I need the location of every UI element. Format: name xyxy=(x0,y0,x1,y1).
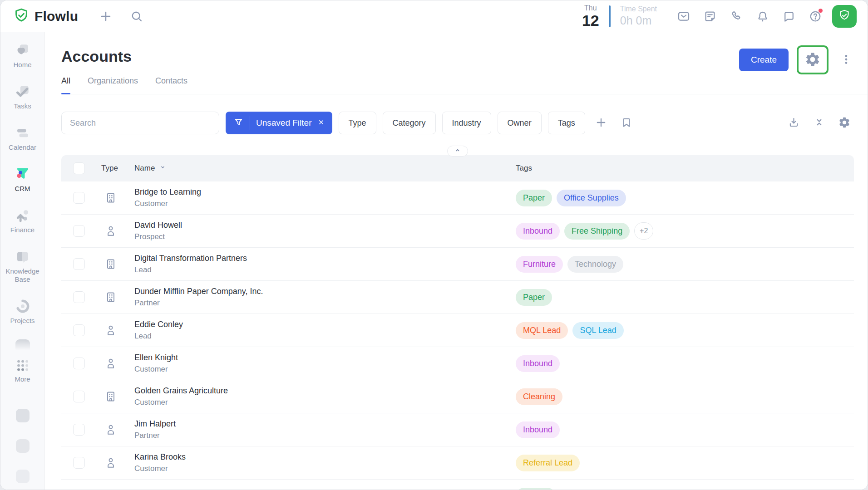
table-row[interactable]: Dunder Mifflin Paper Company, Inc.Partne… xyxy=(61,281,854,314)
export-button[interactable] xyxy=(784,113,803,132)
save-filter-button[interactable] xyxy=(617,113,636,132)
row-checkbox[interactable] xyxy=(73,291,85,303)
table-row[interactable]: Eddie ConleyLeadMQL LeadSQL Lead xyxy=(61,314,854,347)
sidebar-item-more[interactable]: More xyxy=(15,357,31,383)
time-tracker[interactable]: Time Spent 0h 0m xyxy=(620,5,657,27)
page-settings-button[interactable] xyxy=(803,50,823,70)
top-bar: Flowlu Thu 12 Time Spent 0h 0m xyxy=(0,0,868,32)
filter-chip-tags[interactable]: Tags xyxy=(548,112,585,134)
global-search-button[interactable] xyxy=(127,7,146,26)
mail-icon xyxy=(677,10,690,23)
table-row[interactable]: Digital Transformation PartnersLeadFurni… xyxy=(61,248,854,281)
help-button[interactable] xyxy=(805,6,826,27)
column-header-tags[interactable]: Tags xyxy=(516,164,854,173)
sidebar-item-crm[interactable]: CRM xyxy=(15,166,31,193)
table-row[interactable]: Karina BrooksCustomerReferral Lead xyxy=(61,446,854,480)
sort-chevron-down-icon[interactable] xyxy=(159,163,167,173)
filter-chip-owner[interactable]: Owner xyxy=(498,112,542,134)
clear-filter-icon[interactable] xyxy=(318,119,325,127)
flowlu-brand[interactable]: Flowlu xyxy=(13,7,78,25)
table-row[interactable]: David HowellProspectInboundFree Shipping… xyxy=(61,215,854,248)
faded-app-icon xyxy=(15,339,30,350)
collapse-filters-pill[interactable] xyxy=(447,146,468,157)
list-settings-button[interactable] xyxy=(835,113,854,132)
sidebar-item-knowledge-base[interactable]: Knowledge Base xyxy=(2,249,44,284)
account-category: Prospect xyxy=(134,232,516,241)
tag-pill: Inbound xyxy=(516,421,560,438)
organization-icon xyxy=(104,291,117,304)
more-tags-badge[interactable]: +2 xyxy=(634,222,653,240)
sidebar-item-finance[interactable]: Finance xyxy=(10,207,35,234)
more-options-button[interactable] xyxy=(838,50,854,70)
calls-icon xyxy=(730,10,743,23)
tag-pill: Inbound xyxy=(516,223,560,240)
collapse-rows-button[interactable] xyxy=(809,113,829,132)
quick-add-button[interactable] xyxy=(96,7,115,26)
table-row[interactable]: Landmark Developments xyxy=(61,480,854,490)
app-window: Flowlu Thu 12 Time Spent 0h 0m xyxy=(0,0,868,490)
calls-button[interactable] xyxy=(726,6,747,27)
faded-app-icon xyxy=(16,409,30,422)
shield-check-icon xyxy=(838,9,851,24)
account-name: Golden Grains Agriculture xyxy=(134,386,516,396)
row-checkbox[interactable] xyxy=(73,225,85,237)
sidebar-item-calendar[interactable]: Calendar xyxy=(9,125,36,152)
workspace-shield-button[interactable] xyxy=(832,5,857,28)
chat-button[interactable] xyxy=(779,6,799,27)
row-checkbox[interactable] xyxy=(73,192,85,204)
table-row[interactable]: Ellen KnightCustomerInbound xyxy=(61,347,854,380)
table-row[interactable]: Bridge to LearningCustomerPaperOffice Su… xyxy=(61,181,854,215)
app-body: HomeTasksCalendarCRMFinanceKnowledge Bas… xyxy=(0,32,868,490)
plus-icon xyxy=(99,10,113,23)
notes-button[interactable] xyxy=(700,6,720,27)
row-checkbox[interactable] xyxy=(73,457,85,469)
tag-pill: SQL Lead xyxy=(572,322,623,339)
table-row[interactable]: Golden Grains AgricultureCustomerCleanin… xyxy=(61,380,854,413)
mail-button[interactable] xyxy=(673,6,694,27)
tab-contacts[interactable]: Contacts xyxy=(155,76,187,94)
search-input[interactable] xyxy=(61,112,219,134)
tab-organizations[interactable]: Organizations xyxy=(88,76,138,94)
row-checkbox[interactable] xyxy=(73,424,85,436)
column-header-type[interactable]: Type xyxy=(101,164,134,173)
list-tools xyxy=(784,113,854,132)
filter-chip-category[interactable]: Category xyxy=(383,112,436,134)
add-filter-button[interactable] xyxy=(592,113,611,132)
tabs: AllOrganizationsContacts xyxy=(61,76,868,94)
account-name: David Howell xyxy=(134,220,516,230)
row-checkbox[interactable] xyxy=(73,391,85,402)
active-filter-button[interactable]: Unsaved Filter xyxy=(226,112,332,134)
account-name: Digital Transformation Partners xyxy=(134,254,516,264)
filter-chip-industry[interactable]: Industry xyxy=(442,112,491,134)
sidebar-item-label: Calendar xyxy=(9,143,36,152)
row-checkbox[interactable] xyxy=(73,324,85,336)
select-all-checkbox[interactable] xyxy=(73,162,85,174)
sidebar-item-label: More xyxy=(15,375,30,383)
row-checkbox[interactable] xyxy=(73,358,85,369)
calendar-icon xyxy=(15,125,31,141)
sidebar-item-projects[interactable]: Projects xyxy=(10,298,35,325)
account-category: Partner xyxy=(134,299,516,308)
tag-pill: Paper xyxy=(516,289,552,306)
create-button[interactable]: Create xyxy=(739,49,789,71)
tab-all[interactable]: All xyxy=(61,76,70,94)
row-checkbox[interactable] xyxy=(73,258,85,270)
notifications-button[interactable] xyxy=(752,6,773,27)
home-icon xyxy=(14,42,30,59)
filter-chip-type[interactable]: Type xyxy=(339,112,376,134)
accounts-table: Type Name Tags Bridge to LearningCustome… xyxy=(61,155,854,490)
table-row[interactable]: Jim HalpertPartnerInbound xyxy=(61,413,854,446)
tag-pill: Technology xyxy=(567,256,623,273)
calendar-date[interactable]: Thu 12 xyxy=(582,5,599,28)
account-name: Dunder Mifflin Paper Company, Inc. xyxy=(134,287,516,297)
plus-icon xyxy=(595,116,607,130)
account-category: Partner xyxy=(134,431,516,440)
table-header: Type Name Tags xyxy=(61,155,854,181)
header-actions: Create xyxy=(739,45,854,74)
chevron-up-icon xyxy=(454,146,462,156)
main-content: Accounts AllOrganizationsContacts Create xyxy=(45,32,868,490)
column-header-name[interactable]: Name xyxy=(134,164,155,173)
tag-pill: Referral Lead xyxy=(516,455,580,471)
sidebar-item-home[interactable]: Home xyxy=(13,42,31,69)
sidebar-item-tasks[interactable]: Tasks xyxy=(14,83,31,110)
